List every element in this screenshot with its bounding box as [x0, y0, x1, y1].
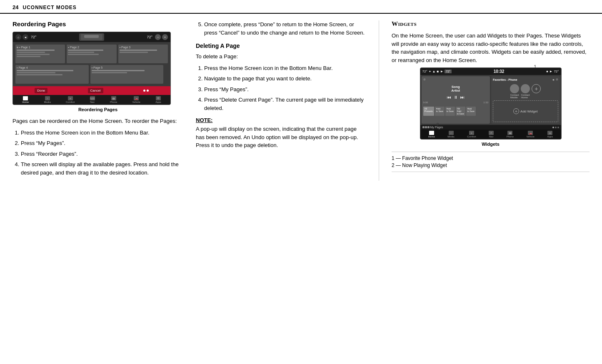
legend-divider-bottom [392, 172, 590, 172]
nav-media: ♪ Media [44, 96, 50, 103]
minus-icon: − [155, 34, 161, 40]
add-widget-area[interactable]: + Add Widget [493, 100, 558, 122]
done-button[interactable]: Done [35, 88, 47, 93]
delete-step-4: Press “Delete Current Page”. The current… [204, 96, 366, 112]
pages-row-2: • Page 4 • Page 5 [15, 65, 168, 84]
nav-comfort: ☀ Comfort [66, 96, 75, 103]
page-title: UCONNECT MODES [22, 5, 76, 10]
favorites-title: Favorites - Phone [493, 78, 517, 81]
preset-hold1[interactable]: Holdto Save [435, 107, 445, 116]
w-nav-vehicle-icon: 🚗 [528, 131, 533, 135]
playback-controls: ⏮ ⏸ ⏭ [423, 95, 489, 100]
preset-hold4[interactable]: Holdto Save [466, 107, 476, 116]
now-playing-header: ⊘ [423, 78, 489, 81]
bottom-dots2 [552, 127, 559, 128]
screenshot-bottom-bar: Done Cancel [13, 86, 170, 95]
contact-row: ContactMobile ContactHome + [493, 84, 558, 99]
my-pages-btn[interactable]: My Pages [422, 126, 443, 129]
pages-area: • Page 1 • Page 2 [13, 42, 170, 86]
page-thumb-4: • Page 4 [15, 65, 89, 84]
favorites-phone-widget: Favorites - Phone ■ ⊘ ContactMobile [491, 76, 560, 124]
preset-hold3[interactable]: FMHoldto Save [456, 107, 465, 116]
cancel-button[interactable]: Cancel [88, 88, 103, 93]
dot2-3 [557, 127, 559, 128]
w-nav-media: ♪ Media [447, 131, 454, 138]
prev-btn[interactable]: ⏮ [447, 95, 451, 100]
page-thumb-5: • Page 5 [90, 65, 164, 84]
left-column: Reordering Pages ⌂ ◄ 72° [12, 20, 196, 181]
deleting-steps: Press the Home Screen icon in the Bottom… [204, 64, 366, 112]
screenshot-topbar: ⌂ ◄ 72° 72° − + [13, 32, 170, 42]
widgets-time: 10:32 [494, 69, 505, 74]
right-column: Widgets On the Home Screen, the user can… [379, 20, 590, 181]
legend-number-2: 2 [437, 122, 439, 127]
preset-row: AllPresets Holdto Save Holdto Save FMHol… [423, 107, 489, 116]
widgets-image-wrapper: 1 72° ✦ ▲ ■ ► 72° 10:32 ■ ► [420, 67, 562, 140]
screenshot-nav-bar: ⌂ Home ♪ Media ☀ Comfort NW Nav [13, 95, 170, 105]
add-widget-label: Add Widget [520, 110, 537, 113]
page-header: 24 UCONNECT MODES [0, 0, 602, 14]
nav-comfort-icon: ☀ [68, 96, 73, 100]
step5-list: Once complete, press “Done” to return to… [204, 20, 366, 37]
nav-media-icon: ♪ [45, 96, 50, 100]
preset-hold2[interactable]: Holdto Save [445, 107, 455, 116]
step-2: Press “My Pages”. [21, 139, 183, 147]
contact-home-icon [521, 84, 530, 93]
dot-1 [143, 90, 145, 92]
nav-phone: ☎ Phone [110, 96, 117, 103]
dot2-2 [555, 127, 557, 128]
reordering-heading: Reordering Pages [12, 20, 183, 27]
legend-item-2: 2 — Now Playing Widget [392, 162, 590, 168]
reordering-caption: Reordering Pages [12, 107, 183, 112]
w-nav-nav-icon: A [489, 131, 494, 135]
favorites-header: Favorites - Phone ■ ⊘ [493, 78, 558, 81]
dot-2 [147, 90, 149, 92]
w-nav-home: ⌂ Home [428, 131, 435, 138]
nav-nav: NW Nav [90, 96, 95, 103]
my-pages-icon [422, 126, 430, 128]
topbar-left: ⌂ ◄ 72° [15, 34, 38, 40]
w-nav-apps: ⊞ Apps [547, 131, 553, 138]
nav-vehicle-icon: 🚗 [134, 96, 139, 100]
nav-home-icon: ⌂ [23, 96, 28, 100]
play-btn[interactable]: ⏸ [454, 95, 458, 100]
note-label: NOTE: [196, 117, 366, 123]
nav-vehicle: 🚗 Vehicle [132, 96, 140, 103]
nav-apps-icon: ⊞ [156, 96, 161, 100]
widgets-main-area: ⊘ SongArtist ⏮ ⏸ ⏭ 0:001:33 AllPresets [420, 75, 561, 125]
reordering-steps: Press the Home Screen icon in the Bottom… [21, 129, 183, 177]
nav-phone-icon: ☎ [111, 96, 116, 100]
widgets-intro: On the Home Screen, the user can add Wid… [392, 32, 590, 64]
next-btn[interactable]: ⏭ [460, 95, 465, 100]
nav-home: ⌂ Home [22, 96, 29, 103]
step-5: Once complete, press “Done” to return to… [204, 20, 366, 37]
w-nav-phone-icon: ☎ [507, 131, 512, 135]
legend-list: 1 — Favorite Phone Widget 2 — Now Playin… [392, 155, 590, 168]
page-thumb-1: • Page 1 [15, 45, 65, 63]
nav-apps: ⊞ Apps [155, 96, 161, 103]
widgets-topbar: 72° ✦ ▲ ■ ► 72° 10:32 ■ ► 72° [420, 68, 561, 75]
w-nav-home-icon: ⌂ [429, 131, 434, 135]
car-graphic [79, 33, 104, 41]
step-3: Press “Reorder Pages”. [21, 150, 183, 158]
contact-mobile-icon [510, 84, 519, 93]
page-thumb-2: • Page 2 [67, 45, 116, 63]
mid-column: Once complete, press “Done” to return to… [196, 20, 379, 181]
add-contact-icon[interactable]: + [532, 84, 541, 93]
reordering-body: Pages can be reordered on the Home Scree… [12, 117, 183, 125]
page-number: 24 [12, 4, 18, 10]
w-nav-phone: ☎ Phone [507, 131, 514, 138]
widgets-screenshot: 72° ✦ ▲ ■ ► 72° 10:32 ■ ► 72° [420, 67, 562, 140]
nav-nav-icon: NW [90, 96, 95, 100]
step-1: Press the Home Screen icon in the Bottom… [21, 129, 183, 137]
legend-item-1: 1 — Favorite Phone Widget [392, 155, 590, 161]
delete-step-3: Press “My Pages”. [204, 85, 366, 94]
widgets-heading: Widgets [392, 20, 590, 27]
w-nav-comfort-icon: ☀ [469, 131, 474, 135]
home-icon: ⌂ [15, 34, 21, 40]
plus-icon: + [162, 34, 168, 40]
w-nav-vehicle: 🚗 Vehicle [527, 131, 535, 138]
legend-divider-top [392, 152, 590, 152]
preset-all[interactable]: AllPresets [423, 107, 434, 116]
delete-step-2: Navigate to the page that you want to de… [204, 75, 366, 83]
